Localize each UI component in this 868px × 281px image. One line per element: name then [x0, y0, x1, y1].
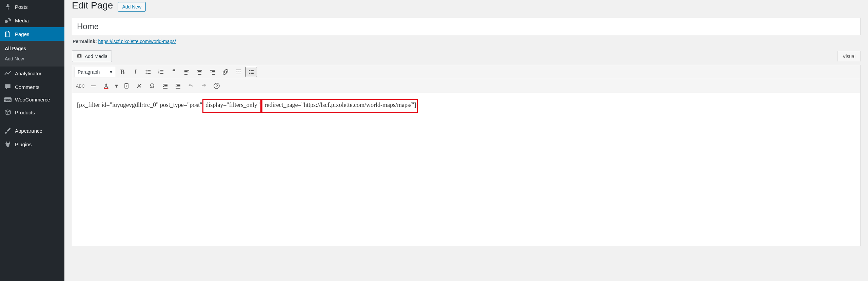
outdent-button[interactable] — [159, 81, 171, 91]
svg-rect-17 — [184, 74, 188, 75]
italic-button[interactable]: I — [130, 67, 141, 77]
number-list-button[interactable]: 123 — [155, 67, 167, 77]
readmore-button[interactable] — [233, 67, 244, 77]
svg-rect-3 — [147, 70, 151, 71]
svg-point-0 — [5, 20, 8, 23]
main-content: Edit Page Add New Permalink: https://lsc… — [64, 0, 868, 281]
svg-point-2 — [146, 70, 147, 71]
sidebar-item-posts[interactable]: Posts — [0, 0, 64, 14]
align-left-button[interactable] — [181, 67, 193, 77]
sidebar-item-appearance[interactable]: Appearance — [0, 124, 64, 137]
svg-rect-22 — [210, 70, 215, 71]
svg-rect-15 — [184, 71, 188, 72]
clear-formatting-button[interactable] — [134, 81, 145, 91]
svg-point-6 — [146, 73, 147, 74]
svg-rect-38 — [91, 86, 96, 86]
sidebar-item-products[interactable]: Products — [0, 106, 64, 119]
format-select[interactable]: Paragraph ▾ — [75, 67, 115, 77]
hr-button[interactable] — [87, 81, 99, 91]
permalink-url[interactable]: https://lscf.pixolette.com/world-maps/ — [98, 39, 176, 44]
svg-rect-32 — [249, 70, 250, 71]
svg-rect-44 — [164, 87, 167, 87]
highlight-display: display="filters_only" — [202, 99, 261, 113]
page-title: Edit Page — [72, 0, 113, 11]
sidebar-label: Plugins — [15, 142, 32, 147]
sidebar-label: Comments — [15, 84, 40, 90]
align-center-button[interactable] — [194, 67, 205, 77]
svg-rect-33 — [251, 70, 252, 71]
help-button[interactable]: ? — [211, 81, 222, 91]
sidebar-item-pages[interactable]: Pages — [0, 27, 64, 41]
svg-rect-36 — [251, 73, 252, 74]
link-button[interactable] — [220, 67, 231, 77]
admin-sidebar: Posts Media Pages All Pages Add New Anal… — [0, 0, 64, 281]
add-new-page-button[interactable]: Add New — [118, 2, 146, 12]
svg-text:?: ? — [216, 84, 218, 88]
svg-rect-25 — [212, 74, 215, 75]
sidebar-item-plugins[interactable]: Plugins — [0, 137, 64, 151]
editor: Paragraph ▾ B I 123 “ ABC A ▾ — [72, 65, 861, 246]
permalink: Permalink: https://lscf.pixolette.com/wo… — [73, 39, 860, 44]
sidebar-label: Media — [15, 18, 29, 23]
special-char-button[interactable]: Ω — [146, 81, 158, 91]
paste-text-button[interactable]: T — [121, 81, 132, 91]
chevron-down-icon: ▾ — [110, 69, 112, 75]
sidebar-item-comments[interactable]: Comments — [0, 80, 64, 94]
woo-icon: woo — [4, 97, 12, 102]
blockquote-button[interactable]: “ — [168, 67, 180, 77]
svg-rect-42 — [163, 84, 167, 85]
sidebar-label: WooCommerce — [15, 97, 50, 102]
editor-content[interactable]: [px_filter id="iuyugevgdllrtrc_0" post_t… — [72, 93, 860, 246]
svg-rect-9 — [160, 70, 163, 71]
textcolor-dropdown[interactable]: ▾ — [113, 81, 119, 91]
plug-icon — [4, 140, 12, 148]
sidebar-item-analyticator[interactable]: Analyticator — [0, 67, 64, 80]
highlight-redirect: redirect_page="https://lscf.pixolette.co… — [261, 99, 418, 113]
strikethrough-button[interactable]: ABC — [75, 81, 86, 91]
svg-rect-23 — [212, 71, 215, 72]
toolbar-row-1: Paragraph ▾ B I 123 “ — [72, 65, 860, 79]
svg-rect-19 — [198, 71, 201, 72]
chart-icon — [4, 70, 12, 77]
brush-icon — [4, 127, 12, 134]
sidebar-item-media[interactable]: Media — [0, 14, 64, 27]
svg-rect-1 — [5, 32, 6, 37]
svg-rect-34 — [252, 70, 254, 71]
sidebar-label: Pages — [15, 31, 29, 37]
sidebar-label: Appearance — [15, 128, 42, 134]
undo-button[interactable] — [185, 81, 197, 91]
align-right-button[interactable] — [207, 67, 218, 77]
svg-rect-31 — [236, 74, 241, 74]
shortcode-text: [px_filter id="iuyugevgdllrtrc_0" post_t… — [77, 99, 855, 113]
toolbar-row-2: ABC A ▾ T Ω ? — [72, 79, 860, 93]
toolbar-toggle-button[interactable] — [245, 67, 257, 77]
svg-rect-14 — [184, 70, 189, 71]
indent-button[interactable] — [172, 81, 184, 91]
svg-rect-21 — [198, 74, 201, 75]
bold-button[interactable]: B — [117, 67, 128, 77]
svg-rect-46 — [176, 84, 180, 85]
svg-text:T: T — [126, 85, 127, 88]
submenu-add-new[interactable]: Add New — [0, 54, 64, 64]
box-icon — [4, 109, 12, 116]
svg-rect-5 — [147, 72, 151, 72]
svg-text:3: 3 — [158, 73, 160, 75]
svg-rect-45 — [163, 88, 167, 89]
svg-rect-13 — [160, 73, 163, 74]
svg-rect-16 — [184, 73, 189, 73]
svg-rect-29 — [238, 72, 239, 72]
svg-rect-7 — [147, 73, 151, 74]
tab-visual[interactable]: Visual — [837, 51, 861, 61]
comment-icon — [4, 83, 12, 91]
page-icon — [4, 30, 12, 38]
bullet-list-button[interactable] — [142, 67, 154, 77]
post-title-input[interactable] — [77, 20, 855, 33]
submenu-all-pages[interactable]: All Pages — [0, 43, 64, 54]
sidebar-label: Posts — [15, 4, 28, 10]
permalink-label: Permalink: — [73, 39, 97, 44]
textcolor-button[interactable]: A — [100, 81, 112, 91]
add-media-button[interactable]: Add Media — [72, 50, 112, 62]
redo-button[interactable] — [198, 81, 210, 91]
add-media-label: Add Media — [85, 54, 107, 59]
sidebar-item-woocommerce[interactable]: woo WooCommerce — [0, 94, 64, 106]
